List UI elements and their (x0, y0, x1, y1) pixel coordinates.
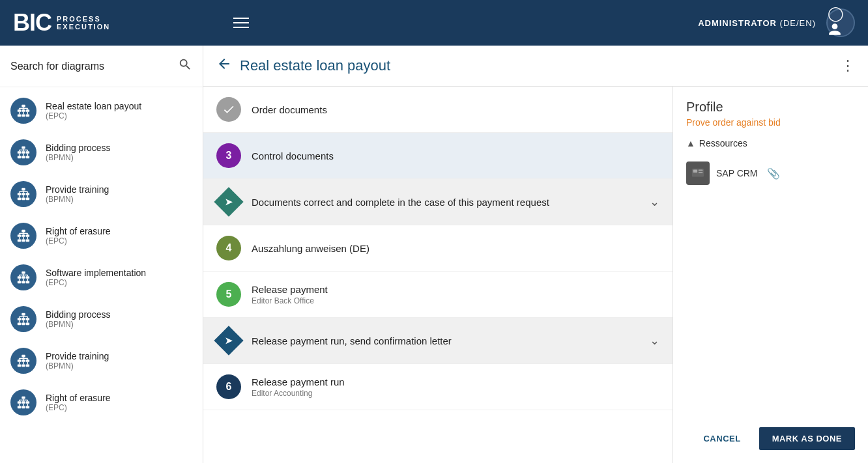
sidebar-diagram-item[interactable]: Software implementation (EPC) (0, 257, 203, 298)
sidebar-diagram-item[interactable]: Right of erasure (EPC) (0, 382, 203, 423)
page-header-left: Real estate loan payout (216, 56, 390, 76)
svg-rect-64 (18, 281, 21, 284)
user-icon: ◯ (828, 5, 854, 40)
diagram-info: Software implementation (EPC) (46, 268, 146, 287)
svg-rect-99 (18, 401, 21, 404)
svg-rect-72 (22, 318, 25, 320)
sidebar-diagram-item[interactable]: Right of erasure (EPC) (0, 215, 203, 257)
process-item[interactable]: 6 Release payment run Editor Accounting (203, 364, 673, 410)
svg-rect-51 (22, 240, 25, 242)
diagram-info: Provide training (BPMN) (46, 351, 109, 371)
logo-text: PROCESS EXECUTION (57, 15, 110, 31)
avatar[interactable]: ◯ (826, 8, 855, 37)
svg-rect-66 (26, 281, 29, 284)
diagram-type: (BPMN) (46, 153, 111, 162)
svg-rect-9 (22, 115, 25, 117)
svg-rect-15 (18, 151, 21, 154)
svg-rect-71 (18, 318, 21, 320)
process-item[interactable]: ➤ Release payment run, send confirmation… (203, 318, 673, 364)
diagram-info: Bidding process (BPMN) (46, 309, 111, 329)
expand-button[interactable]: ⌄ (650, 195, 659, 209)
svg-rect-98 (22, 397, 25, 399)
header-left: BIC PROCESS EXECUTION (13, 9, 254, 36)
page-header: Real estate loan payout ⋮ (203, 46, 868, 87)
diagram-type: (EPC) (46, 111, 141, 120)
sidebar-header: Search for diagrams (0, 46, 203, 87)
svg-rect-37 (22, 198, 25, 201)
hamburger-menu-button[interactable] (228, 12, 254, 33)
svg-rect-86 (22, 359, 25, 362)
profile-label: Profile (686, 100, 855, 115)
svg-rect-87 (26, 359, 29, 362)
sidebar-diagram-item[interactable]: Bidding process (BPMN) (0, 298, 203, 340)
logo-area: BIC PROCESS EXECUTION (13, 9, 215, 36)
sidebar-diagram-item[interactable]: Provide training (BPMN) (0, 173, 203, 215)
svg-rect-52 (26, 240, 29, 242)
diagram-type: (BPMN) (46, 195, 109, 204)
resources-toggle-button[interactable]: ▲ (686, 138, 695, 148)
diagram-type: (EPC) (46, 236, 111, 246)
org-chart-icon (16, 229, 31, 243)
admin-locale: (DE/EN) (780, 18, 816, 28)
svg-rect-65 (22, 281, 25, 284)
diagram-name: Bidding process (46, 143, 111, 153)
diagram-icon (10, 181, 36, 207)
diagram-icon (10, 223, 36, 249)
process-name: Release payment run, send confirmation l… (252, 335, 639, 346)
step-badge: 6 (216, 374, 241, 399)
svg-rect-106 (18, 406, 21, 409)
search-button[interactable] (178, 57, 192, 75)
logo-line2: EXECUTION (57, 23, 110, 31)
svg-rect-16 (22, 151, 25, 154)
process-item[interactable]: ➤ Documents correct and complete in the … (203, 179, 673, 225)
sidebar-diagram-item[interactable]: Provide training (BPMN) (0, 340, 203, 382)
diagram-name: Bidding process (46, 309, 111, 320)
svg-rect-70 (22, 313, 25, 316)
process-item[interactable]: Order documents (203, 87, 673, 133)
gateway-diamond: ➤ (216, 328, 241, 353)
user-svg-icon (828, 22, 842, 36)
process-item[interactable]: 4 Auszahlung anweisen (DE) (203, 225, 673, 272)
admin-name: ADMINISTRATOR (698, 18, 777, 28)
diagram-icon (10, 139, 36, 165)
process-item[interactable]: 5 Release payment Editor Back Office (203, 272, 673, 318)
svg-rect-100 (22, 401, 25, 404)
org-chart-icon (16, 104, 31, 118)
process-info: Release payment run Editor Accounting (252, 376, 659, 398)
sidebar-diagram-item[interactable]: Real estate loan payout (EPC) (0, 90, 203, 132)
svg-rect-108 (26, 406, 29, 409)
sidebar-diagram-item[interactable]: Bidding process (BPMN) (0, 132, 203, 173)
back-icon (216, 56, 232, 72)
diagram-name: Software implementation (46, 268, 146, 278)
process-item[interactable]: 3 Control documents (203, 133, 673, 179)
svg-rect-2 (22, 109, 25, 112)
step-badge: 3 (216, 143, 241, 168)
process-info: Release payment Editor Back Office (252, 284, 659, 305)
process-sub: Editor Back Office (252, 296, 659, 305)
more-options-button[interactable]: ⋮ (841, 57, 855, 74)
back-button[interactable] (216, 56, 232, 76)
diagram-name: Provide training (46, 184, 109, 195)
svg-rect-8 (18, 115, 21, 117)
svg-rect-3 (26, 109, 29, 112)
diagram-info: Right of erasure (EPC) (46, 226, 111, 246)
svg-rect-23 (22, 156, 25, 159)
svg-rect-10 (26, 115, 29, 117)
svg-rect-38 (26, 198, 29, 201)
panel-actions: CANCEL MARK AS DONE (686, 427, 855, 450)
sidebar: Search for diagrams (0, 46, 203, 463)
attach-icon: 📎 (767, 167, 780, 180)
diamond-shape: ➤ (214, 187, 243, 216)
svg-rect-31 (26, 193, 29, 195)
mark-done-button[interactable]: MARK AS DONE (759, 427, 855, 450)
expand-button[interactable]: ⌄ (650, 333, 659, 348)
org-chart-icon (16, 312, 31, 326)
cancel-button[interactable]: CANCEL (693, 427, 751, 450)
process-name: Order documents (252, 104, 659, 115)
diagram-type: (EPC) (46, 278, 146, 287)
app-header: BIC PROCESS EXECUTION ADMINISTRATOR (DE/… (0, 0, 868, 46)
svg-rect-30 (22, 193, 25, 195)
svg-rect-73 (26, 318, 29, 320)
search-icon (178, 57, 192, 72)
svg-rect-28 (22, 188, 25, 191)
